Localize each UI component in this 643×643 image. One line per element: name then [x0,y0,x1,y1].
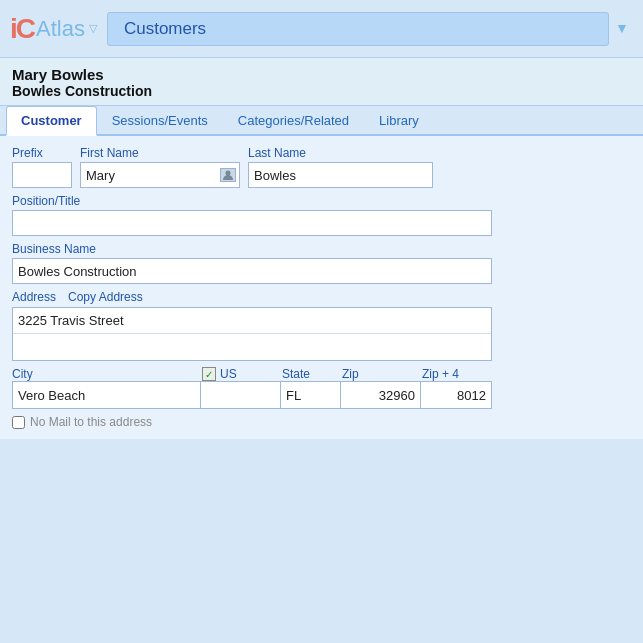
city-cell[interactable]: Vero Beach [13,382,201,408]
prefix-input[interactable] [12,162,72,188]
zip-column-label: Zip [342,367,422,381]
zip-cell[interactable]: 32960 [341,382,421,408]
prefix-group: Prefix [12,146,72,188]
state-cell[interactable]: FL [281,382,341,408]
header-title-bar: Customers [107,12,609,46]
city-zip-section: City ✓ US State Zip Zip + 4 Vero Beach F… [12,367,631,409]
us-cell [201,382,281,408]
tab-categories-related[interactable]: Categories/Related [223,106,364,136]
lastname-input[interactable] [248,162,433,188]
app-header: iC Atlas ▽ Customers ▼ [0,0,643,58]
position-label: Position/Title [12,194,492,208]
us-label: US [220,367,237,381]
state-column-label: State [282,367,342,381]
customer-full-name: Mary Bowles [12,66,631,83]
address-label-row: Address Copy Address [12,290,631,304]
copy-address-button[interactable]: Copy Address [68,290,143,304]
address-line-2[interactable] [13,334,491,360]
tab-sessions-events[interactable]: Sessions/Events [97,106,223,136]
firstname-wrapper [80,162,240,188]
business-label: Business Name [12,242,492,256]
lastname-label: Last Name [248,146,433,160]
no-mail-checkbox[interactable] [12,416,25,429]
tab-customer[interactable]: Customer [6,106,97,136]
address-line-1[interactable]: 3225 Travis Street [13,308,491,334]
firstname-group: First Name [80,146,240,188]
sub-header: Mary Bowles Bowles Construction [0,58,643,106]
zip4-cell[interactable]: 8012 [421,382,491,408]
position-group: Position/Title [12,194,492,236]
position-input[interactable] [12,210,492,236]
business-row: Business Name [12,242,631,284]
firstname-input[interactable] [80,162,240,188]
svg-point-0 [226,170,231,175]
city-zip-value-row: Vero Beach FL 32960 8012 [12,381,492,409]
address-label: Address [12,290,56,304]
customer-company-name: Bowles Construction [12,83,631,99]
name-row: Prefix First Name Last Name [12,146,631,188]
prefix-label: Prefix [12,146,72,160]
address-section: Address Copy Address 3225 Travis Street [12,290,631,361]
tab-bar: Customer Sessions/Events Categories/Rela… [0,106,643,136]
page-title: Customers [124,19,206,39]
position-row: Position/Title [12,194,631,236]
logo-ic: iC [10,13,34,45]
logo-area: iC Atlas ▽ [10,13,97,45]
person-icon[interactable] [220,168,236,182]
main-content: Prefix First Name Last Name Position/Tit… [0,136,643,439]
city-column-label: City [12,367,202,381]
no-mail-area: No Mail to this address [12,415,631,429]
header-corner-icon[interactable]: ▼ [615,20,633,38]
no-mail-label: No Mail to this address [30,415,152,429]
address-box: 3225 Travis Street [12,307,492,361]
business-input[interactable] [12,258,492,284]
tab-library[interactable]: Library [364,106,434,136]
city-zip-header-row: City ✓ US State Zip Zip + 4 [12,367,492,381]
logo-dropdown-icon[interactable]: ▽ [89,22,97,35]
us-checkbox-icon: ✓ [202,367,216,381]
business-group: Business Name [12,242,492,284]
zip4-column-label: Zip + 4 [422,367,492,381]
logo-atlas: Atlas [36,16,85,42]
lastname-group: Last Name [248,146,433,188]
us-column-header: ✓ US [202,367,282,381]
firstname-label: First Name [80,146,240,160]
